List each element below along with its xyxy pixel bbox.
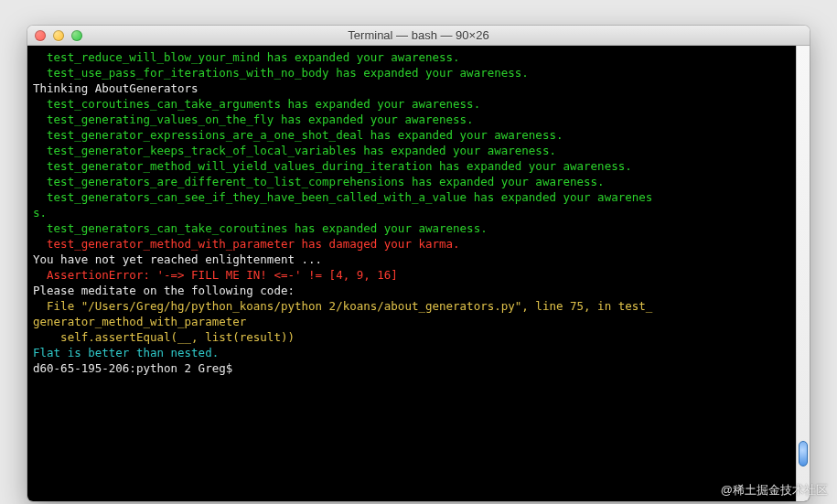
traffic-lights: [27, 30, 82, 41]
terminal-line: test_generator_expressions_are_a_one_sho…: [33, 127, 790, 143]
terminal-line: test_use_pass_for_iterations_with_no_bod…: [33, 65, 790, 80]
terminal-line: test_generator_keeps_track_of_local_vari…: [33, 143, 790, 158]
terminal-line: test_reduce_will_blow_your_mind has expa…: [33, 49, 790, 65]
watermark: @稀土掘金技术社区: [721, 482, 828, 499]
minimize-icon[interactable]: [53, 30, 64, 41]
maximize-icon[interactable]: [71, 30, 82, 41]
terminal-line: test_generators_can_take_coroutines has …: [33, 220, 790, 236]
terminal-line: d60-65-195-206:python 2 Greg$: [33, 360, 790, 376]
terminal-window: Terminal — bash — 90×26 test_reduce_will…: [27, 26, 810, 501]
terminal-line: File "/Users/Greg/hg/python_koans/python…: [33, 298, 790, 314]
terminal-line: test_generator_method_with_parameter has…: [33, 236, 790, 252]
scrollbar-thumb[interactable]: [799, 441, 808, 466]
titlebar[interactable]: Terminal — bash — 90×26: [27, 26, 810, 46]
terminal-line: AssertionError: '-=> FILL ME IN! <=-' !=…: [33, 267, 790, 283]
terminal-line: test_generating_values_on_the_fly has ex…: [33, 112, 790, 127]
terminal-line: You have not yet reached enlightenment .…: [33, 252, 790, 267]
terminal-line: generator_method_with_parameter: [33, 314, 790, 329]
terminal-line: test_generator_method_will_yield_values_…: [33, 158, 790, 174]
scrollbar[interactable]: [796, 46, 810, 501]
terminal-line: Thinking AboutGenerators: [33, 80, 790, 96]
terminal-line: test_generators_can_see_if_they_have_bee…: [33, 189, 790, 205]
close-icon[interactable]: [35, 30, 46, 41]
terminal-line: Flat is better than nested.: [33, 345, 790, 360]
terminal-output[interactable]: test_reduce_will_blow_your_mind has expa…: [27, 46, 796, 501]
terminal-line: test_generators_are_different_to_list_co…: [33, 174, 790, 189]
terminal-line: s.: [33, 205, 790, 220]
terminal-line: test_coroutines_can_take_arguments has e…: [33, 96, 790, 112]
terminal-line: Please meditate on the following code:: [33, 283, 790, 298]
terminal-body: test_reduce_will_blow_your_mind has expa…: [27, 46, 810, 501]
terminal-line: self.assertEqual(__, list(result)): [33, 329, 790, 345]
window-title: Terminal — bash — 90×26: [27, 28, 810, 42]
